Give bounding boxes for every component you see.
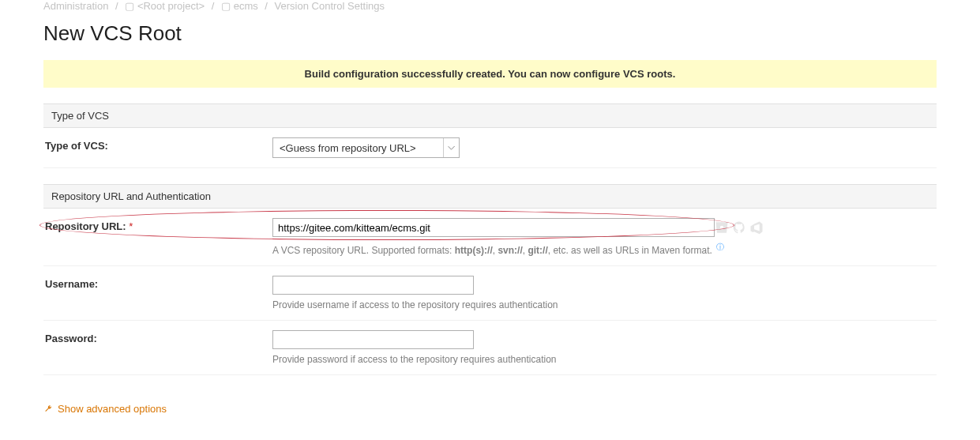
vcs-type-label: Type of VCS:: [43, 137, 272, 152]
breadcrumb-root-project[interactable]: <Root project>: [137, 0, 205, 12]
breadcrumb-admin[interactable]: Administration: [43, 0, 108, 12]
success-banner: Build configuration successfully created…: [43, 60, 937, 88]
breadcrumb-page[interactable]: Version Control Settings: [275, 0, 385, 12]
wrench-icon: [43, 404, 53, 414]
show-advanced-label: Show advanced options: [58, 403, 167, 415]
vcs-type-value: <Guess from repository URL>: [273, 142, 443, 154]
section-header-repo: Repository URL and Authentication: [43, 184, 937, 209]
page-title: New VCS Root: [43, 21, 937, 46]
repo-url-input[interactable]: [272, 218, 715, 237]
password-label: Password:: [43, 330, 272, 344]
username-label: Username:: [43, 276, 272, 290]
section-header-vcs-type: Type of VCS: [43, 103, 937, 128]
repo-url-hint: A VCS repository URL. Supported formats:…: [272, 242, 937, 256]
repo-url-label: Repository URL: *: [43, 218, 272, 232]
vcs-provider-icons: [715, 220, 764, 235]
username-input[interactable]: [272, 276, 474, 295]
password-input[interactable]: [272, 330, 474, 349]
username-hint: Provide username if access to the reposi…: [272, 299, 937, 310]
vsts-icon: [749, 220, 764, 235]
help-icon[interactable]: ⓘ: [716, 242, 726, 251]
breadcrumb: Administration / ▢ <Root project> / ▢ ec…: [43, 0, 937, 18]
chevron-down-icon: [443, 138, 459, 157]
password-hint: Provide password if access to the reposi…: [272, 354, 937, 365]
show-advanced-link[interactable]: Show advanced options: [43, 403, 167, 415]
bitbucket-icon: [715, 220, 729, 235]
github-icon: [732, 220, 746, 235]
vcs-type-select[interactable]: <Guess from repository URL>: [272, 137, 460, 158]
breadcrumb-project[interactable]: ecms: [234, 0, 258, 12]
